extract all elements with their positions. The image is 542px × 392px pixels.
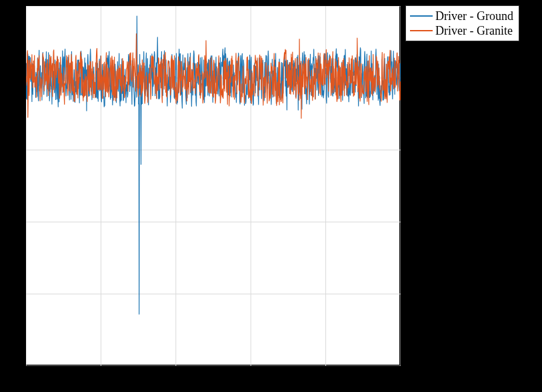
chart-canvas	[26, 6, 401, 366]
legend-entry-ground: Driver - Ground	[410, 9, 513, 23]
legend: Driver - Ground Driver - Granite	[405, 5, 519, 41]
legend-label-ground: Driver - Ground	[435, 9, 513, 23]
legend-label-granite: Driver - Granite	[435, 24, 513, 38]
legend-swatch-granite	[410, 30, 433, 31]
series-line-1	[26, 34, 401, 119]
legend-entry-granite: Driver - Granite	[410, 23, 513, 38]
plot-area	[25, 5, 400, 365]
legend-swatch-ground	[410, 15, 433, 17]
